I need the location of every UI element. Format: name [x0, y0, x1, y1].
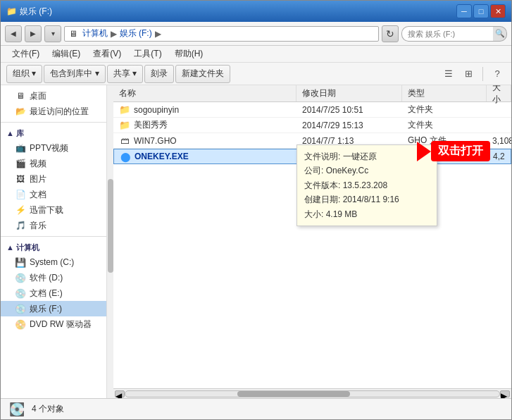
tooltip-line-5: 大小: 4.19 MB: [304, 207, 430, 221]
tooltip-line-2: 公司: OneKey.Cc: [304, 163, 430, 178]
nav-item-music[interactable]: 🎵 音乐: [1, 218, 113, 233]
dvd-icon: 📀: [15, 319, 26, 330]
file-name-label: ONEKEY.EXE: [135, 152, 189, 161]
nav-label-f: 娱乐 (F:): [30, 303, 62, 315]
col-header-name[interactable]: 名称: [113, 85, 296, 101]
window-folder-icon: 📁: [6, 6, 17, 16]
file-cell-name: 🗃 WIN7.GHO: [113, 133, 296, 148]
hscroll-left-btn[interactable]: ◀: [115, 390, 125, 397]
nav-item-d[interactable]: 💿 软件 (D:): [1, 270, 113, 285]
hscroll-track[interactable]: [125, 390, 500, 397]
pptv-icon: 📺: [15, 142, 26, 154]
search-input[interactable]: [401, 26, 493, 42]
music-icon: 🎵: [15, 220, 26, 231]
file-cell-date: 2014/7/25 10:51: [296, 102, 402, 117]
file-cell-type: 文件夹: [402, 118, 487, 132]
exe-file-icon: ⬤: [120, 151, 131, 162]
horizontal-scrollbar[interactable]: ◀ ▶: [113, 388, 511, 398]
search-icon[interactable]: 🔍: [493, 26, 507, 42]
nav-panel: 🖥 桌面 📂 最近访问的位置 ▲ 库 📺 PPTV视频: [1, 85, 113, 398]
file-tooltip: 文件说明: 一键还原 公司: OneKey.Cc 文件版本: 13.5.23.2…: [296, 144, 437, 226]
nav-item-video[interactable]: 🎬 视频: [1, 156, 113, 171]
video-icon: 🎬: [15, 158, 26, 169]
help-button[interactable]: ?: [489, 66, 506, 82]
document-icon: 📄: [15, 189, 26, 200]
status-count: 4 个对象: [32, 403, 64, 415]
toolbar: 组织 ▾ 包含到库中 ▾ 共享 ▾ 刻录 新建文件夹 ☰ ⊞ ?: [1, 63, 511, 85]
nav-item-pptv[interactable]: 📺 PPTV视频: [1, 140, 113, 156]
close-button[interactable]: ✕: [490, 4, 506, 18]
toolbar-right: ☰ ⊞ ?: [440, 66, 506, 82]
nav-item-picture[interactable]: 🖼 图片: [1, 171, 113, 187]
file-cell-name: 📁 美图秀秀: [113, 118, 296, 132]
nav-item-document[interactable]: 📄 文档: [1, 187, 113, 202]
menu-file[interactable]: 文件(F): [6, 47, 45, 61]
nav-item-recent[interactable]: 📂 最近访问的位置: [1, 104, 113, 119]
file-cell-name: 📁 sogoupinyin: [113, 102, 296, 117]
maximize-button[interactable]: □: [473, 4, 489, 18]
view-grid-button[interactable]: ⊞: [460, 66, 477, 82]
back-button[interactable]: ◀: [5, 25, 22, 42]
tooltip-line-4: 创建日期: 2014/8/11 9:16: [304, 192, 430, 206]
recent-button[interactable]: ▾: [44, 25, 61, 42]
file-pane: 名称 修改日期 类型 大小 📁 sogoupinyin 2014/7/25 10…: [113, 85, 511, 398]
menu-tools[interactable]: 工具(T): [128, 47, 167, 61]
forward-button[interactable]: ▶: [25, 25, 42, 42]
nav-item-thunder[interactable]: ⚡ 迅雷下载: [1, 202, 113, 218]
gho-file-icon: 🗃: [119, 135, 130, 147]
nav-item-c[interactable]: 💾 System (C:): [1, 254, 113, 270]
col-header-date[interactable]: 修改日期: [296, 85, 402, 101]
tooltip-line-3: 文件版本: 13.5.23.208: [304, 178, 430, 192]
file-cell-size: 3,108: [487, 133, 511, 148]
tooltip-line-1: 文件说明: 一键还原: [304, 149, 430, 163]
col-header-type[interactable]: 类型: [402, 85, 487, 101]
annotation-arrow: [417, 142, 431, 161]
new-folder-button[interactable]: 新建文件夹: [175, 65, 230, 83]
nav-label-e: 文档 (E:): [30, 288, 63, 299]
nav-label-recent: 最近访问的位置: [30, 106, 89, 118]
minimize-button[interactable]: ─: [456, 4, 472, 18]
library-expand-icon: ▲: [6, 129, 16, 137]
refresh-button[interactable]: ↻: [382, 25, 399, 42]
nav-item-desktop[interactable]: 🖥 桌面: [1, 88, 113, 104]
nav-divider-1: [1, 122, 113, 123]
menu-help[interactable]: 帮助(H): [169, 47, 209, 61]
organize-button[interactable]: 组织 ▾: [6, 65, 42, 83]
drive-e-icon: 💿: [15, 288, 26, 299]
file-list-body: 📁 sogoupinyin 2014/7/25 10:51 文件夹 📁 美图秀秀…: [113, 102, 511, 388]
breadcrumb-drive: 娱乐 (F:): [120, 27, 152, 39]
menu-edit[interactable]: 编辑(E): [46, 47, 86, 61]
address-path[interactable]: 🖥 计算机 ▶ 娱乐 (F:) ▶: [64, 26, 379, 42]
hscroll-right-btn[interactable]: ▶: [500, 390, 510, 397]
nav-item-f[interactable]: 💿 娱乐 (F:): [1, 301, 113, 316]
nav-scroll-thumb: [108, 179, 113, 273]
menu-view[interactable]: 查看(V): [87, 47, 127, 61]
table-row[interactable]: 📁 美图秀秀 2014/7/29 15:13 文件夹: [113, 118, 511, 133]
nav-label-pptv: PPTV视频: [30, 142, 68, 154]
nav-scrollbar[interactable]: [106, 85, 113, 398]
share-button[interactable]: 共享 ▾: [107, 65, 143, 83]
file-list-header: 名称 修改日期 类型 大小: [113, 85, 511, 102]
explorer-window: 📁 娱乐 (F:) ─ □ ✕ ◀ ▶ ▾ 🖥 计算机 ▶ 娱乐 (F:) ▶ …: [0, 0, 512, 420]
window-title: 娱乐 (F:): [20, 6, 52, 18]
status-drive-icon: 💽: [9, 402, 25, 417]
nav-item-e[interactable]: 💿 文档 (E:): [1, 285, 113, 301]
computer-expand-icon: ▲: [6, 243, 16, 252]
nav-label-c: System (C:): [30, 257, 74, 267]
table-row[interactable]: 📁 sogoupinyin 2014/7/25 10:51 文件夹: [113, 102, 511, 118]
nav-section-computer[interactable]: ▲ 计算机: [1, 240, 113, 254]
view-list-button[interactable]: ☰: [440, 66, 457, 82]
nav-item-dvd[interactable]: 📀 DVD RW 驱动器: [1, 316, 113, 332]
menu-bar: 文件(F) 编辑(E) 查看(V) 工具(T) 帮助(H): [1, 46, 511, 63]
nav-label-picture: 图片: [30, 173, 46, 185]
nav-section-library[interactable]: ▲ 库: [1, 125, 113, 140]
col-header-size[interactable]: 大小: [487, 85, 511, 101]
burn-button[interactable]: 刻录: [144, 65, 174, 83]
nav-divider-2: [1, 236, 113, 237]
file-cell-size: [487, 102, 511, 117]
library-label: 库: [16, 129, 24, 137]
nav-label-thunder: 迅雷下载: [30, 204, 63, 216]
breadcrumb-computer: 计算机: [82, 27, 108, 39]
drive-d-icon: 💿: [15, 272, 26, 283]
library-button[interactable]: 包含到库中 ▾: [44, 65, 105, 83]
